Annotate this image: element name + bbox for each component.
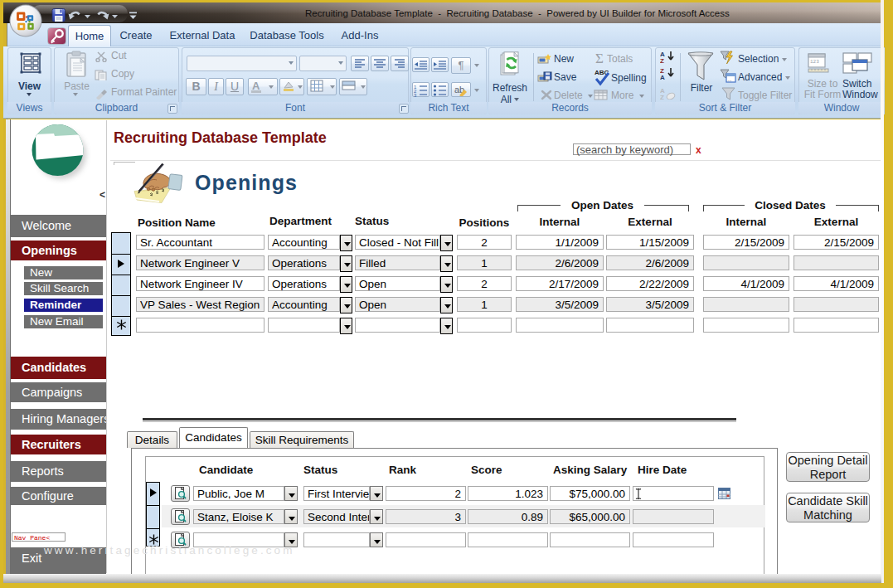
svg-text:Z: Z — [660, 57, 664, 63]
svg-text:A: A — [660, 74, 665, 80]
svg-text:123: 123 — [810, 59, 819, 65]
svg-text:3: 3 — [414, 93, 417, 98]
svg-text:Z: Z — [660, 94, 664, 100]
svg-text:...: ... — [728, 77, 732, 82]
